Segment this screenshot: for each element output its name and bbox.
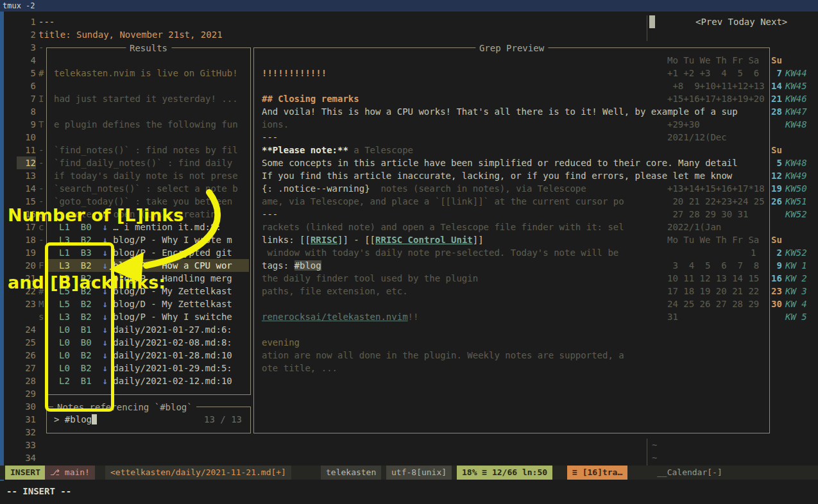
text-segment: !!!!!!!!!!!! [262,68,327,78]
editor-title-line: title: Sunday, November 21st, 2021 [38,28,223,41]
gutter-row: 32 [17,426,36,439]
line-number: 34 [17,451,36,464]
text-segment: ]] [473,235,484,245]
results-bg-line: e plugin defines the following fun [54,118,238,131]
editor-bg-line: window with today's daily note pre-selec… [262,246,618,259]
calendar-day-header: Su [771,54,782,67]
line-number: 27 [17,362,36,374]
text-segment: --- [38,17,55,27]
text-segment: And voila! This is how a CPU works! That… [262,106,738,117]
line-number: 1 [17,15,36,28]
text-segment: KW48 [785,158,807,168]
calendar-sunday[interactable]: 28 [771,105,782,118]
editor-line: --- [38,15,55,28]
calendar-sunday[interactable]: 19 [771,182,782,195]
calendar-sunday[interactable]: 21 [771,92,782,105]
text-segment: RRISC Control Unit [375,235,473,245]
calendar-sunday[interactable]: 16 [771,272,782,285]
text-segment: KW 2 [785,273,807,283]
calendar-week-number: KW46 [785,92,807,105]
calendar-sunday[interactable]: 5 [771,156,782,169]
text-segment: e plugin defines the following fun [54,119,238,130]
text-segment: daily/2021-02-12.md:10 [113,376,232,386]
calendar-week-number: KW 3 [785,285,807,298]
calendar-week: +15+16+17+18+19+20 [667,92,765,105]
text-segment: rackets (linked note) and open a Telesco… [262,222,624,232]
text-segment: 17 18 19 20 21 22 [667,286,759,296]
calendar-week-number: KW48 [785,156,807,169]
text-segment: 7 [771,68,782,78]
text-segment: KW47 [785,106,807,117]
prompt-input[interactable]: > #blog [54,413,97,426]
calendar-sunday[interactable]: 9 [771,259,782,272]
editor-bg-line: paths, file extension, etc. [262,285,408,298]
text-segment: links: [262,235,300,245]
text-segment: +1 +2 +3 4 5 6 [667,68,759,78]
text-segment: ~ [652,440,657,450]
calendar-day-header: Mo Tu We Th Fr Sa [667,233,759,246]
calendar-week-number: KW51 [785,195,807,208]
text-segment: {: .notice--warning} [262,183,370,194]
calendar-sunday[interactable]: 2 [771,246,782,259]
gutter-row: 7 [17,92,36,105]
calendar-week: +8 9+10+11+12+13 [667,80,765,92]
preview-line: !!!!!!!!!!!! [262,67,327,80]
annotation-line-1: Number of [L]inks [8,204,183,226]
text-segment: 16 [771,273,782,283]
text-segment: KW51 [785,196,807,206]
line-number: 7 [17,92,36,105]
text-cursor [92,414,97,424]
text-segment: KW49 [785,171,807,181]
line-number: 30 [17,400,36,413]
text-segment: 2 [771,248,782,258]
calendar-sunday[interactable]: 23 [771,285,782,298]
text-segment: KW48 [785,119,807,130]
text-segment: T [38,119,44,130]
line-number: 29 [17,387,36,400]
gutter-row: 27 [17,362,36,374]
git-branch[interactable]: ⎇ main! [45,466,95,480]
trailing-whitespace-warning: ≡ [16]tra… [567,466,627,480]
calendar-sunday[interactable]: 26 [771,195,782,208]
text-segment: KW50 [785,183,807,194]
text-segment: 10 11 12 13 14 15 [667,273,759,283]
line-number: 11 [17,144,36,156]
text-segment: > [54,414,65,424]
calendar-nav[interactable]: <Prev Today Next> [695,15,787,28]
text-segment: Su [771,55,782,65]
text-segment: window with today's daily note pre-selec… [262,248,618,258]
gutter-row: 33 [17,439,36,451]
calendar-week-number: KW48 [785,118,807,131]
gutter-row: 10 [17,131,36,144]
line-number: 6 [17,80,36,92]
preview-line: {: .notice--warning} notes (search in no… [262,182,586,195]
text-segment: - [348,235,364,245]
file-path[interactable]: <ettelkasten/daily/2021-11-21.md[+] [105,466,291,480]
preview-links-line: links: [[RRISC]] - [[RRISC Control Unit]… [262,233,484,246]
url-link: renerocksai/telekasten.nvim [262,312,408,322]
text-segment: I [38,94,44,104]
cursor-position: 18% ≡ 12/66 ln:50 [457,466,552,480]
annotation-label: Number of [L]inks and [B]acklinks: [8,159,183,339]
text-segment: +8 9+10+11+12+13 [667,81,765,91]
text-segment: KW45 [785,81,807,91]
calendar-sunday[interactable]: 30 [771,298,782,310]
terminal-screen: tmux -2 Results Grep Preview Notes refer… [0,0,818,504]
calendar-sunday[interactable]: 14 [771,80,782,92]
editor-line-fragment: I [38,92,44,105]
text-segment: 19 [771,183,782,194]
text-segment: KW52 [785,248,807,258]
line-number: 31 [17,413,36,426]
text-segment: daily/2021-01-28.md:10 [113,350,232,360]
tmux-title: tmux -2 [3,1,35,10]
text-segment: ~ [652,453,657,463]
preview-line: And voila! This is how a CPU works! That… [262,105,738,118]
text-segment: 28 [771,106,782,117]
calendar-sunday[interactable]: 7 [771,67,782,80]
gutter-row: 29 [17,387,36,400]
calendar-sunday[interactable]: 12 [771,169,782,182]
gutter-row: 3 [17,41,36,54]
calendar-week: +13+14+15+16+17*18 [667,182,765,195]
text-segment: +29+30 [667,119,700,130]
text-segment: ation are now all done in the plugin. We… [262,350,624,360]
